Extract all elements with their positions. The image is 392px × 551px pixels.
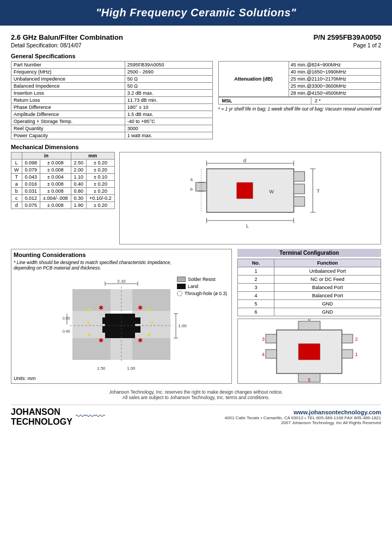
legend-land-box (177, 284, 186, 289)
mech-cell: b (11, 188, 22, 195)
svg-rect-62 (266, 350, 277, 358)
mech-cell: 0.40 (71, 181, 87, 188)
spec-label: Return Loss (11, 97, 125, 104)
svg-text:6: 6 (308, 319, 310, 322)
msl-value: 2 * (311, 97, 381, 105)
spec-value: 2595FB39A0050 (125, 62, 212, 69)
svg-text:✱: ✱ (99, 304, 103, 311)
svg-rect-28 (105, 314, 135, 338)
mech-cell: W (11, 167, 22, 174)
svg-rect-29 (102, 317, 112, 324)
mech-cell: 0.016 (22, 181, 40, 188)
terminal-no: 2 (238, 276, 274, 284)
mech-cell: ± 0.008 (40, 202, 71, 209)
logo-line2: TECHNOLOGY (11, 417, 72, 427)
terminal-col-function: Function (274, 259, 381, 267)
attenuation-table: Attenuation (dB) 45 min.@824~900MHz 40 m… (218, 61, 381, 97)
svg-text:★: ★ (150, 320, 155, 326)
mech-cell: ± 0.008 (40, 167, 71, 174)
svg-text:4: 4 (262, 352, 265, 357)
svg-rect-66 (342, 350, 353, 358)
mounting-left: Mounting Considerations * Line width sho… (11, 249, 232, 384)
terminal-table: No. Function 1Unbalanced Port2NC or DC F… (237, 259, 381, 316)
atten-row-0: 45 min.@824~900MHz (289, 62, 381, 69)
mech-cell: 0.075 (22, 202, 40, 209)
title-row: 2.6 GHz Balun/Filter Combination P/N 259… (11, 33, 381, 41)
specs-container: Part Number2595FB39A0050Frequency (MHz)2… (11, 61, 381, 139)
atten-row-3: 25 min.@3300~3600MHz (289, 83, 381, 90)
terminal-title: Terminal Configuration (237, 249, 381, 257)
footer-address: 4001 Calle Tecate • Camarillo, CA 93012 … (225, 415, 381, 420)
svg-text:✱: ✱ (138, 337, 143, 344)
mounting-svg: ★ ★ ★ ★ ★ ★ ✱ ✱ ✱ ✱ 2.10 (56, 273, 187, 374)
svg-text:L: L (246, 223, 249, 229)
atten-row-1: 40 min.@1650~1990MHz (289, 69, 381, 76)
footer-note1: Johanson Technology, Inc. reserves the r… (11, 389, 381, 395)
legend-through-label: Through-hole (ø 0.3) (185, 291, 227, 296)
mech-cell: 0.80 (71, 188, 87, 195)
header-title: "High Frequency Ceramic Solutions" (96, 7, 296, 19)
legend-through: Through-hole (ø 0.3) (177, 291, 227, 296)
legend-solder-label: Solder Resist (188, 277, 216, 282)
svg-text:a: a (190, 177, 193, 182)
terminal-function: GND (274, 300, 381, 308)
mech-cell: ± 0.20 (87, 181, 115, 188)
terminal-svg: 3 4 2 1 5 6 (238, 319, 381, 384)
svg-text:1: 1 (355, 352, 358, 357)
legend-land-label: Land (188, 284, 198, 289)
mech-cell: 0.012 (22, 195, 40, 202)
terminal-section: Terminal Configuration No. Function 1Unb… (237, 249, 381, 384)
header-banner: "High Frequency Ceramic Solutions" (0, 0, 392, 26)
footer-website: www.johansontechnology.com (225, 409, 381, 415)
svg-text:T: T (317, 188, 320, 194)
atten-row-4: 28 min.@4150~4500MHz (289, 90, 381, 97)
logo-line1: JOHANSON (11, 407, 72, 417)
detail-row: Detail Specification: 08/14/07 Page 1 of… (11, 42, 381, 48)
mech-cell: 0.098 (22, 160, 40, 167)
mech-cell: ± 0.20 (87, 202, 115, 209)
msl-table: MSL 2 * (218, 97, 381, 105)
mech-cell: ±.004/-.008 (40, 195, 71, 202)
svg-text:1.00: 1.00 (178, 323, 187, 328)
svg-text:b: b (190, 187, 193, 192)
mech-col-1 (11, 152, 22, 160)
svg-rect-64 (342, 334, 353, 343)
spec-label: Unbalanced Impedence (11, 76, 125, 83)
spec-value: 2500 - 2690 (125, 69, 212, 76)
mechanical-table: in mm L0.098± 0.0082.50± 0.20W0.079± 0.0… (11, 152, 115, 209)
svg-text:★: ★ (146, 331, 152, 339)
mech-cell: d (11, 202, 22, 209)
terminal-no: 3 (238, 284, 274, 292)
legend-land: Land (177, 284, 227, 289)
mounting-note1: * Line width should be designed to match… (14, 260, 229, 265)
page-info: Page 1 of 2 (353, 42, 381, 48)
svg-text:2.10: 2.10 (117, 279, 126, 284)
atten-row-2: 25 min.@2110~2170MHz (289, 76, 381, 83)
svg-rect-59 (298, 344, 320, 360)
svg-text:d: d (243, 158, 246, 163)
detail-spec: Detail Specification: 08/14/07 (11, 42, 82, 48)
terminal-function: Balanced Port (274, 284, 381, 292)
terminal-function: Balanced Port (274, 292, 381, 300)
mounting-note2: depending on PCB material and thickness. (14, 265, 229, 271)
footer-logo-row: JOHANSON TECHNOLOGY 〰〰〰 www.johansontech… (11, 405, 381, 428)
spec-label: Balanced Impedence (11, 83, 125, 90)
mech-cell: c (11, 195, 22, 202)
terminal-no: 1 (238, 267, 274, 276)
mechanical-title: Mechanical Dimensions (11, 144, 381, 150)
svg-rect-2 (293, 172, 304, 181)
footer-right: www.johansontechnology.com 4001 Calle Te… (225, 409, 381, 425)
terminal-function: Unbalanced Port (274, 267, 381, 276)
mech-cell: +0.10/-0.2 (87, 195, 115, 202)
terminal-diagram: 3 4 2 1 5 6 (237, 319, 381, 384)
svg-text:0.50: 0.50 (63, 316, 70, 320)
spec-value: 50 Ω (125, 83, 212, 90)
footer-note: Johanson Technology, Inc. reserves the r… (11, 389, 381, 400)
svg-rect-3 (293, 184, 304, 194)
svg-rect-70 (298, 321, 320, 330)
spec-value: 11.73 dB min. (125, 97, 212, 104)
right-tables: Attenuation (dB) 45 min.@824~900MHz 40 m… (218, 61, 381, 139)
mech-cell: ± 0.10 (87, 174, 115, 181)
mech-cell: 1.90 (71, 202, 87, 209)
mech-col-mm: mm (71, 152, 114, 160)
